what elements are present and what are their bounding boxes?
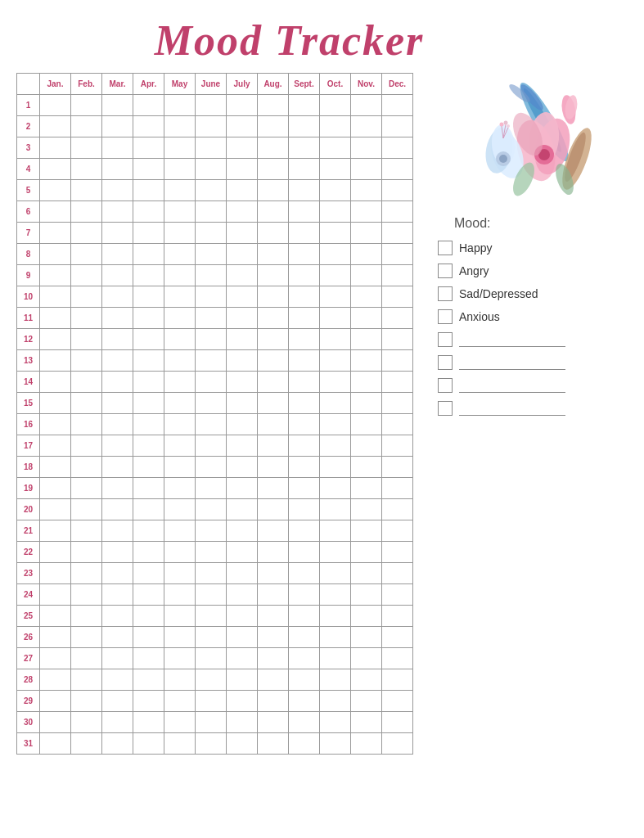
tracker-cell[interactable]	[289, 95, 320, 116]
tracker-cell[interactable]	[258, 584, 289, 606]
tracker-cell[interactable]	[102, 478, 133, 499]
tracker-cell[interactable]	[320, 159, 351, 180]
tracker-cell[interactable]	[40, 265, 71, 286]
tracker-cell[interactable]	[289, 478, 320, 499]
tracker-cell[interactable]	[164, 201, 196, 223]
mood-checkbox-anxious[interactable]	[438, 309, 453, 324]
tracker-cell[interactable]	[258, 669, 289, 691]
tracker-cell[interactable]	[71, 180, 102, 201]
tracker-cell[interactable]	[133, 308, 164, 329]
tracker-cell[interactable]	[351, 414, 382, 435]
tracker-cell[interactable]	[196, 286, 227, 308]
tracker-cell[interactable]	[133, 542, 164, 563]
tracker-cell[interactable]	[227, 265, 258, 286]
mood-checkbox-happy[interactable]	[438, 241, 453, 255]
tracker-cell[interactable]	[196, 584, 227, 606]
tracker-cell[interactable]	[320, 478, 351, 499]
tracker-cell[interactable]	[227, 627, 258, 648]
tracker-cell[interactable]	[71, 372, 102, 393]
tracker-cell[interactable]	[258, 542, 289, 563]
tracker-cell[interactable]	[351, 606, 382, 627]
tracker-cell[interactable]	[320, 627, 351, 648]
tracker-cell[interactable]	[40, 95, 71, 116]
tracker-cell[interactable]	[71, 478, 102, 499]
tracker-cell[interactable]	[351, 563, 382, 584]
tracker-cell[interactable]	[320, 244, 351, 265]
tracker-cell[interactable]	[196, 627, 227, 648]
tracker-cell[interactable]	[227, 180, 258, 201]
tracker-cell[interactable]	[71, 350, 102, 372]
tracker-cell[interactable]	[102, 350, 133, 372]
tracker-cell[interactable]	[40, 137, 71, 159]
tracker-cell[interactable]	[164, 435, 196, 457]
tracker-cell[interactable]	[133, 329, 164, 350]
tracker-cell[interactable]	[227, 308, 258, 329]
tracker-cell[interactable]	[227, 691, 258, 712]
tracker-cell[interactable]	[102, 244, 133, 265]
tracker-cell[interactable]	[40, 414, 71, 435]
tracker-cell[interactable]	[133, 350, 164, 372]
tracker-cell[interactable]	[133, 414, 164, 435]
tracker-cell[interactable]	[320, 691, 351, 712]
tracker-cell[interactable]	[258, 180, 289, 201]
tracker-cell[interactable]	[320, 372, 351, 393]
tracker-cell[interactable]	[196, 137, 227, 159]
tracker-cell[interactable]	[71, 393, 102, 414]
tracker-cell[interactable]	[164, 648, 196, 669]
tracker-cell[interactable]	[102, 201, 133, 223]
tracker-cell[interactable]	[40, 648, 71, 669]
tracker-cell[interactable]	[289, 201, 320, 223]
tracker-cell[interactable]	[40, 478, 71, 499]
tracker-cell[interactable]	[382, 372, 413, 393]
tracker-cell[interactable]	[40, 372, 71, 393]
tracker-cell[interactable]	[351, 520, 382, 542]
tracker-cell[interactable]	[258, 137, 289, 159]
tracker-cell[interactable]	[227, 584, 258, 606]
tracker-cell[interactable]	[382, 308, 413, 329]
tracker-cell[interactable]	[289, 265, 320, 286]
tracker-cell[interactable]	[71, 563, 102, 584]
tracker-cell[interactable]	[289, 606, 320, 627]
tracker-cell[interactable]	[196, 265, 227, 286]
tracker-cell[interactable]	[258, 116, 289, 137]
tracker-cell[interactable]	[382, 180, 413, 201]
tracker-cell[interactable]	[382, 542, 413, 563]
tracker-cell[interactable]	[382, 499, 413, 520]
tracker-cell[interactable]	[102, 116, 133, 137]
tracker-cell[interactable]	[227, 648, 258, 669]
tracker-cell[interactable]	[196, 648, 227, 669]
tracker-cell[interactable]	[196, 478, 227, 499]
tracker-cell[interactable]	[258, 244, 289, 265]
tracker-cell[interactable]	[133, 372, 164, 393]
tracker-cell[interactable]	[102, 159, 133, 180]
tracker-cell[interactable]	[351, 265, 382, 286]
tracker-cell[interactable]	[71, 159, 102, 180]
tracker-cell[interactable]	[258, 393, 289, 414]
tracker-cell[interactable]	[258, 499, 289, 520]
tracker-cell[interactable]	[164, 584, 196, 606]
tracker-cell[interactable]	[227, 435, 258, 457]
tracker-cell[interactable]	[40, 350, 71, 372]
tracker-cell[interactable]	[102, 712, 133, 733]
tracker-cell[interactable]	[133, 137, 164, 159]
tracker-cell[interactable]	[164, 712, 196, 733]
tracker-cell[interactable]	[102, 180, 133, 201]
tracker-cell[interactable]	[196, 329, 227, 350]
tracker-cell[interactable]	[102, 393, 133, 414]
tracker-cell[interactable]	[227, 159, 258, 180]
tracker-cell[interactable]	[382, 393, 413, 414]
tracker-cell[interactable]	[196, 372, 227, 393]
mood-checkbox-blank-2[interactable]	[438, 355, 453, 370]
tracker-cell[interactable]	[320, 606, 351, 627]
tracker-cell[interactable]	[164, 669, 196, 691]
tracker-cell[interactable]	[351, 95, 382, 116]
tracker-cell[interactable]	[196, 223, 227, 244]
tracker-cell[interactable]	[227, 95, 258, 116]
tracker-cell[interactable]	[382, 201, 413, 223]
tracker-cell[interactable]	[320, 499, 351, 520]
tracker-cell[interactable]	[382, 627, 413, 648]
tracker-cell[interactable]	[382, 478, 413, 499]
tracker-cell[interactable]	[289, 244, 320, 265]
tracker-cell[interactable]	[258, 350, 289, 372]
tracker-cell[interactable]	[102, 372, 133, 393]
